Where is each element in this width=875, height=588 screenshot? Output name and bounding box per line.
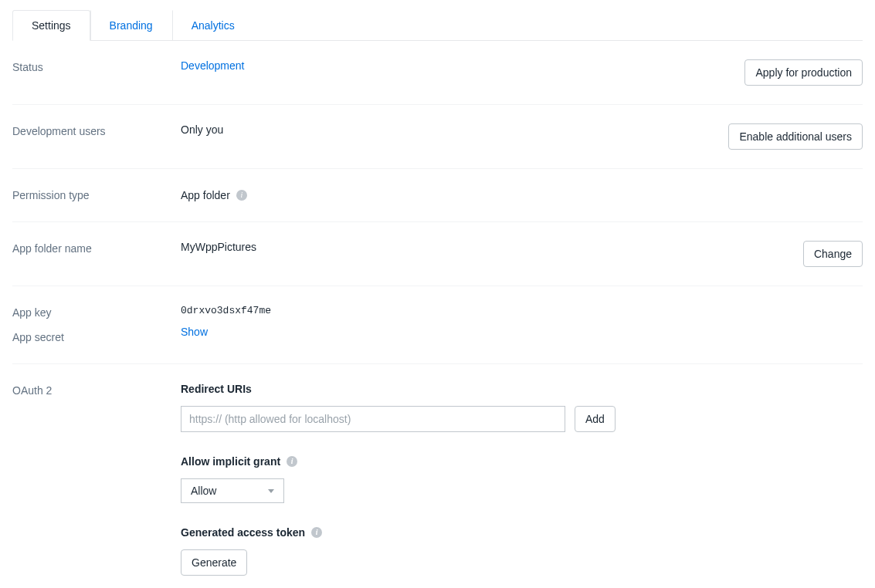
add-uri-button[interactable]: Add (575, 406, 616, 432)
folder-label: App folder name (12, 241, 181, 256)
section-oauth: OAuth 2 Redirect URIs Add Allow implicit… (12, 364, 863, 588)
redirect-uris-heading: Redirect URIs (181, 383, 863, 395)
redirect-uri-input[interactable] (181, 406, 565, 432)
apply-for-production-button[interactable]: Apply for production (744, 59, 863, 86)
info-icon[interactable]: i (311, 527, 322, 538)
tab-analytics[interactable]: Analytics (172, 10, 254, 41)
info-icon[interactable]: i (236, 190, 247, 201)
implicit-grant-value: Allow (191, 485, 216, 497)
section-folder: App folder name MyWppPictures Change (12, 222, 863, 286)
app-key-value: 0drxvo3dsxf47me (181, 305, 271, 316)
app-secret-label: App secret (12, 329, 181, 345)
access-token-text: Generated access token (181, 526, 305, 539)
section-status: Status Development Apply for production (12, 41, 863, 105)
enable-users-button[interactable]: Enable additional users (728, 123, 863, 150)
permission-label: Permission type (12, 188, 181, 203)
folder-value: MyWppPictures (181, 241, 256, 253)
show-secret-link[interactable]: Show (181, 326, 208, 338)
tabs: Settings Branding Analytics (12, 9, 863, 41)
app-key-label: App key (12, 305, 181, 320)
generate-token-button[interactable]: Generate (181, 549, 247, 576)
section-permission: Permission type App folder i (12, 169, 863, 222)
info-icon[interactable]: i (287, 456, 297, 467)
oauth-label: OAuth 2 (12, 383, 181, 398)
status-label: Status (12, 59, 181, 75)
section-dev-users: Development users Only you Enable additi… (12, 105, 863, 169)
change-folder-button[interactable]: Change (803, 241, 863, 267)
status-value[interactable]: Development (181, 59, 245, 72)
section-app-credentials: App key App secret 0drxvo3dsxf47me Show (12, 286, 863, 364)
access-token-heading: Generated access token i (181, 526, 863, 539)
dev-users-value: Only you (181, 123, 223, 136)
implicit-grant-heading: Allow implicit grant i (181, 455, 863, 468)
permission-value: App folder (181, 189, 230, 201)
tab-settings[interactable]: Settings (12, 10, 90, 41)
implicit-grant-text: Allow implicit grant (181, 455, 280, 468)
dev-users-label: Development users (12, 123, 181, 139)
chevron-down-icon (268, 489, 274, 493)
tab-branding[interactable]: Branding (90, 10, 172, 41)
implicit-grant-select[interactable]: Allow (181, 478, 284, 503)
